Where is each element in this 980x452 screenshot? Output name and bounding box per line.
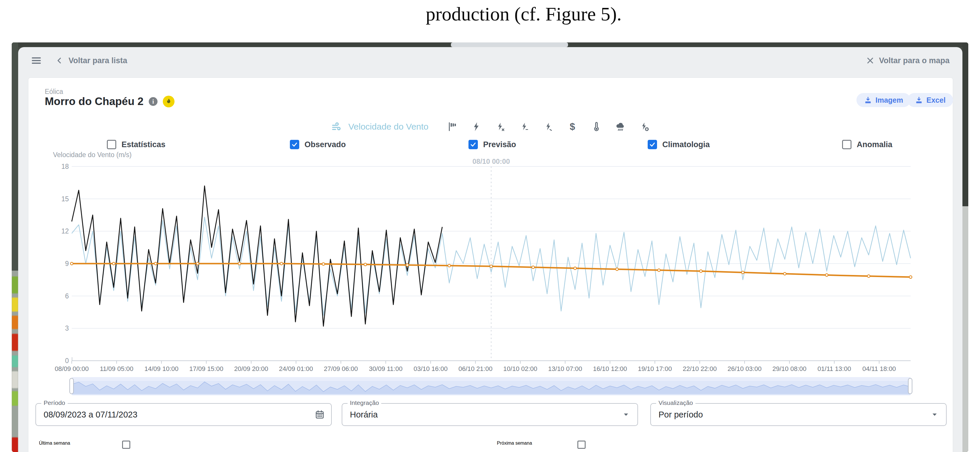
x-tick-label: 01/11 13:00 bbox=[809, 365, 859, 373]
download-icon bbox=[864, 96, 872, 104]
download-image-button[interactable]: Imagem bbox=[856, 93, 911, 107]
toggle-previsão[interactable]: Previsão bbox=[468, 140, 516, 149]
info-icon[interactable]: i bbox=[149, 97, 158, 106]
chart-card: Eólica Morro do Chapéu 2 i Imagem Excel bbox=[28, 78, 953, 452]
windsock-icon[interactable] bbox=[447, 121, 458, 132]
map-fragment bbox=[12, 334, 18, 351]
station-category: Eólica bbox=[45, 88, 63, 96]
bottom-toggle-label: Última semana bbox=[39, 441, 70, 446]
map-fragment bbox=[12, 276, 18, 293]
download-excel-label: Excel bbox=[926, 96, 945, 105]
y-tick-label: 0 bbox=[45, 357, 69, 365]
dollar-icon[interactable]: $ bbox=[567, 121, 578, 132]
x-tick-label: 17/09 15:00 bbox=[181, 365, 231, 373]
map-fragment bbox=[12, 316, 18, 329]
x-tick-label: 27/09 06:00 bbox=[316, 365, 366, 373]
checkbox-checked-icon[interactable] bbox=[290, 140, 299, 149]
bolt-x-icon[interactable] bbox=[495, 121, 506, 132]
toggle-climatologia[interactable]: Climatologia bbox=[648, 140, 710, 149]
field-value: Horária bbox=[350, 404, 378, 425]
x-tick-label: 19/10 17:00 bbox=[630, 365, 680, 373]
x-tick-label: 30/09 11:00 bbox=[361, 365, 410, 373]
bolt-icon[interactable] bbox=[471, 121, 482, 132]
x-tick-label: 11/09 05:00 bbox=[92, 365, 142, 373]
bolt-gear-icon[interactable] bbox=[639, 121, 650, 132]
x-tick-label: 20/09 20:00 bbox=[226, 365, 276, 373]
bottom-toggle-label: Próxima semana bbox=[497, 441, 532, 446]
checkbox-unchecked-icon[interactable] bbox=[578, 441, 585, 449]
field-integrao[interactable]: IntegraçãoHorária bbox=[342, 403, 638, 426]
wind-speed-icon bbox=[331, 121, 342, 132]
field-perodo[interactable]: Período08/09/2023 a 07/11/2023 bbox=[35, 403, 332, 426]
bolt-alt-icon[interactable] bbox=[543, 121, 554, 132]
x-tick-label: 08/09 00:00 bbox=[47, 365, 97, 373]
y-axis-title: Velocidade do Vento (m/s) bbox=[53, 151, 132, 159]
y-tick-label: 15 bbox=[45, 195, 69, 203]
close-icon bbox=[866, 57, 874, 65]
toggle-label: Estatísticas bbox=[121, 140, 165, 149]
variable-toolbar: Velocidade do Vento $ bbox=[29, 121, 953, 132]
toggle-observado[interactable]: Observado bbox=[290, 140, 346, 149]
x-tick-label: 24/09 01:00 bbox=[271, 365, 321, 373]
calendar-icon[interactable] bbox=[315, 409, 325, 420]
app-screenshot-frame: Voltar para lista Voltar para o mapa Eól… bbox=[12, 43, 968, 452]
checkbox-unchecked-icon[interactable] bbox=[122, 441, 130, 449]
chevron-left-icon bbox=[56, 57, 64, 65]
y-tick-label: 6 bbox=[45, 292, 69, 300]
checkbox-unchecked-icon[interactable] bbox=[842, 140, 851, 149]
back-to-list-label: Voltar para lista bbox=[68, 56, 127, 65]
bolt-small-icon[interactable] bbox=[519, 121, 530, 132]
download-icon bbox=[915, 96, 923, 104]
map-edge-right-lower bbox=[963, 206, 968, 452]
range-handle-right[interactable] bbox=[908, 378, 912, 394]
wind-speed-chart[interactable] bbox=[72, 167, 911, 361]
toggle-anomalia[interactable]: Anomalia bbox=[842, 140, 892, 149]
wind-farm-icon bbox=[163, 96, 175, 107]
x-tick-label: 16/10 12:00 bbox=[585, 365, 635, 373]
toggle-label: Observado bbox=[304, 140, 346, 149]
x-tick-label: 04/11 18:00 bbox=[854, 365, 904, 373]
field-value: 08/09/2023 a 07/11/2023 bbox=[44, 404, 137, 425]
station-title: Morro do Chapéu 2 bbox=[45, 95, 143, 108]
variable-selected-wind-speed[interactable]: Velocidade do Vento bbox=[331, 121, 429, 132]
x-tick-label: 22/10 22:00 bbox=[675, 365, 725, 373]
y-tick-label: 9 bbox=[45, 260, 69, 268]
range-handle-left[interactable] bbox=[69, 378, 74, 394]
hamburger-menu-button[interactable] bbox=[31, 55, 41, 66]
toggle-label: Anomalia bbox=[857, 140, 892, 149]
map-fragment bbox=[12, 355, 18, 367]
x-tick-label: 03/10 16:00 bbox=[406, 365, 456, 373]
caret-down-icon[interactable] bbox=[621, 409, 631, 420]
map-fragment bbox=[12, 391, 18, 406]
map-fragment bbox=[12, 298, 18, 312]
rain-icon[interactable] bbox=[615, 121, 626, 132]
caret-down-icon[interactable] bbox=[930, 409, 940, 420]
toggle-label: Previsão bbox=[483, 140, 516, 149]
x-tick-label: 13/10 07:00 bbox=[540, 365, 590, 373]
variable-selected-label: Velocidade do Vento bbox=[348, 122, 429, 132]
figure-caption: production (cf. Figure 5). bbox=[67, 3, 980, 25]
svg-text:$: $ bbox=[570, 121, 575, 132]
app-bar: Voltar para lista Voltar para o mapa bbox=[18, 47, 963, 74]
map-fragment bbox=[12, 371, 18, 388]
back-to-map-button[interactable]: Voltar para o mapa bbox=[866, 54, 950, 67]
page: production (cf. Figure 5). Voltar para l… bbox=[0, 0, 980, 452]
download-image-label: Imagem bbox=[875, 96, 903, 105]
y-tick-label: 3 bbox=[45, 324, 69, 332]
toggle-estatísticas[interactable]: Estatísticas bbox=[107, 140, 165, 149]
y-tick-label: 12 bbox=[45, 227, 69, 235]
checkbox-unchecked-icon[interactable] bbox=[107, 140, 116, 149]
checkbox-checked-icon[interactable] bbox=[468, 140, 478, 149]
field-visualizao[interactable]: VisualizaçãoPor período bbox=[650, 403, 947, 426]
back-to-map-label: Voltar para o mapa bbox=[879, 56, 950, 65]
x-tick-label: 26/10 03:00 bbox=[720, 365, 770, 373]
range-selector-track bbox=[72, 377, 911, 381]
forecast-start-label: 08/10 00:00 bbox=[453, 157, 530, 166]
y-tick-label: 18 bbox=[45, 163, 69, 171]
checkbox-checked-icon[interactable] bbox=[648, 140, 657, 149]
thermometer-icon[interactable] bbox=[591, 121, 602, 132]
range-selector[interactable] bbox=[72, 377, 911, 395]
map-edge-top-light bbox=[451, 43, 568, 47]
download-excel-button[interactable]: Excel bbox=[907, 93, 953, 107]
back-to-list-button[interactable]: Voltar para lista bbox=[56, 54, 127, 67]
